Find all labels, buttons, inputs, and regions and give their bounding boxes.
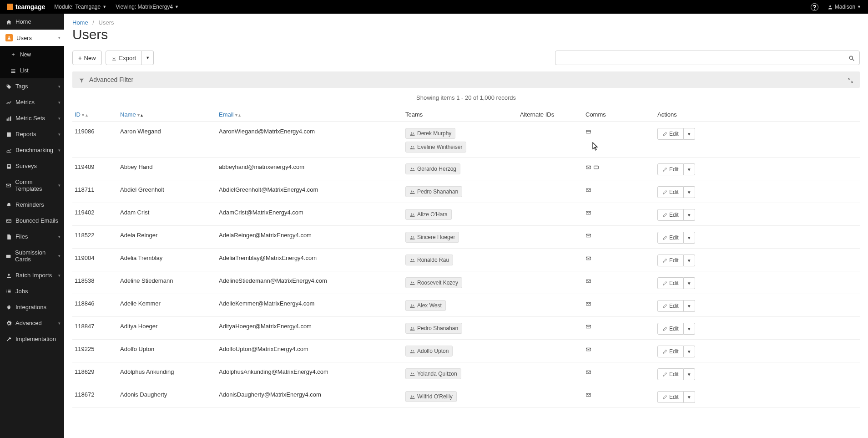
cell-email: AdeliaTremblay@MatrixEnergy4.com (219, 253, 405, 261)
breadcrumb-home[interactable]: Home (72, 19, 88, 26)
sidebar-item-advanced[interactable]: Advanced ▾ (0, 315, 64, 331)
edit-dropdown[interactable]: ▼ (684, 300, 695, 312)
svg-point-56 (411, 304, 412, 306)
sidebar-item-submission-cards[interactable]: Submission Cards ▾ (0, 244, 64, 267)
team-badge[interactable]: Eveline Wintheiser (405, 142, 466, 153)
edit-dropdown[interactable]: ▼ (684, 186, 695, 198)
caret-down-icon: ▼ (687, 304, 691, 309)
edit-dropdown[interactable]: ▼ (684, 368, 695, 380)
team-badge[interactable]: Wilfrid O'Reilly (405, 391, 457, 402)
sidebar-item-reminders[interactable]: Reminders (0, 197, 64, 213)
svg-point-8 (7, 85, 8, 86)
sort-email[interactable]: Email (219, 111, 234, 118)
team-icon (409, 393, 415, 400)
team-badge[interactable]: Pedro Shanahan (405, 186, 462, 197)
sidebar-item-batch-imports[interactable]: Batch Imports ▾ (0, 267, 64, 283)
sidebar-item-implementation[interactable]: Implementation (0, 331, 64, 347)
edit-button[interactable]: Edit (657, 346, 684, 357)
sidebar-item-new[interactable]: ＋ New (0, 46, 64, 63)
sidebar-item-jobs[interactable]: Jobs (0, 283, 64, 299)
edit-button[interactable]: Edit (657, 368, 684, 380)
cell-name: Abdiel Greenholt (120, 185, 219, 193)
cell-altids (520, 208, 585, 209)
edit-dropdown[interactable]: ▼ (684, 277, 695, 289)
sidebar-item-tags[interactable]: Tags ▾ (0, 78, 64, 94)
sidebar-item-integrations[interactable]: Integrations (0, 299, 64, 315)
sidebar-item-metric-sets[interactable]: Metric Sets ▾ (0, 110, 64, 126)
edit-button[interactable]: Edit (657, 186, 684, 198)
sort-id[interactable]: ID (75, 111, 81, 118)
bell-icon (5, 201, 12, 208)
svg-point-45 (413, 214, 414, 215)
edit-button[interactable]: Edit (657, 209, 684, 221)
plug-icon (5, 304, 12, 310)
sidebar-item-users[interactable]: Users ▾ (0, 30, 64, 46)
edit-dropdown[interactable]: ▼ (684, 163, 695, 175)
sidebar-item-comm-templates[interactable]: Comm Templates ▾ (0, 174, 64, 197)
team-badge[interactable]: Yolanda Quitzon (405, 368, 461, 379)
edit-button[interactable]: Edit (657, 391, 684, 403)
team-badge[interactable]: Pedro Shanahan (405, 323, 462, 334)
cell-name: Adam Crist (120, 208, 219, 216)
team-badge[interactable]: Ronaldo Rau (405, 255, 453, 265)
edit-dropdown[interactable]: ▼ (684, 391, 695, 403)
cell-teams: Roosevelt Kozey (405, 276, 520, 288)
expand-icon[interactable] (848, 76, 853, 83)
team-badge[interactable]: Roosevelt Kozey (405, 277, 462, 288)
search-input[interactable] (560, 55, 848, 61)
svg-point-41 (411, 190, 412, 192)
edit-button[interactable]: Edit (657, 163, 684, 175)
cell-teams: Adolfo Upton (405, 344, 520, 357)
edit-button[interactable]: Edit (657, 300, 684, 312)
svg-line-28 (848, 78, 850, 80)
module-dropdown[interactable]: Module: Teamgage ▼ (54, 4, 106, 10)
svg-point-68 (411, 395, 412, 397)
team-badge[interactable]: Derek Murphy (405, 128, 455, 139)
sidebar-item-home[interactable]: Home (0, 14, 64, 30)
mail-icon (585, 391, 591, 398)
team-badge[interactable]: Alex West (405, 300, 446, 311)
logo[interactable]: teamgage (7, 3, 45, 10)
sort-name[interactable]: Name (120, 111, 136, 118)
edit-icon (662, 131, 667, 137)
export-button[interactable]: Export (106, 51, 142, 65)
edit-dropdown[interactable]: ▼ (684, 209, 695, 221)
sidebar-item-surveys[interactable]: Surveys (0, 158, 64, 174)
edit-dropdown[interactable]: ▼ (684, 346, 695, 357)
team-badge[interactable]: Gerardo Herzog (405, 163, 460, 174)
edit-dropdown[interactable]: ▼ (684, 255, 695, 266)
sidebar-item-metrics[interactable]: Metrics ▾ (0, 94, 64, 110)
team-badge[interactable]: Alize O'Hara (405, 209, 452, 220)
advanced-filter-bar[interactable]: Advanced Filter (72, 71, 860, 88)
cell-email: AaronWiegand@MatrixEnergy4.com (219, 127, 405, 135)
team-badge[interactable]: Sincere Hoeger (405, 232, 459, 243)
team-badge[interactable]: Adolfo Upton (405, 346, 453, 357)
main-content: Home / Users Users + New Export (64, 14, 868, 438)
table-row: 118847 Aditya Hoeger AdityaHoeger@Matrix… (72, 317, 860, 340)
svg-point-36 (411, 168, 412, 169)
edit-button[interactable]: Edit (657, 232, 684, 244)
svg-rect-15 (7, 165, 10, 165)
new-button[interactable]: + New (72, 51, 102, 65)
table-row: 119225 Adolfo Upton AdolfoUpton@MatrixEn… (72, 340, 860, 362)
svg-rect-5 (12, 71, 15, 71)
help-icon[interactable]: ? (811, 3, 818, 11)
edit-button[interactable]: Edit (657, 323, 684, 335)
edit-dropdown[interactable]: ▼ (684, 323, 695, 335)
edit-dropdown[interactable]: ▼ (684, 128, 695, 140)
chevron-down-icon: ▾ (58, 273, 61, 278)
sidebar-item-files[interactable]: Files ▾ (0, 229, 64, 244)
sidebar-item-list[interactable]: List (0, 63, 64, 78)
viewing-dropdown[interactable]: Viewing: MatrixEnergy4 ▼ (116, 4, 179, 10)
search-icon[interactable] (848, 54, 855, 61)
svg-rect-23 (8, 291, 11, 292)
edit-button[interactable]: Edit (657, 255, 684, 266)
sidebar-item-bounced-emails[interactable]: Bounced Emails (0, 213, 64, 229)
edit-button[interactable]: Edit (657, 277, 684, 289)
edit-dropdown[interactable]: ▼ (684, 232, 695, 244)
sidebar-item-reports[interactable]: Reports ▾ (0, 126, 64, 142)
user-menu[interactable]: Madison ▼ (828, 4, 861, 10)
export-dropdown[interactable]: ▼ (142, 51, 154, 65)
edit-button[interactable]: Edit (657, 128, 684, 140)
sidebar-item-benchmarking[interactable]: Benchmarking ▾ (0, 142, 64, 158)
